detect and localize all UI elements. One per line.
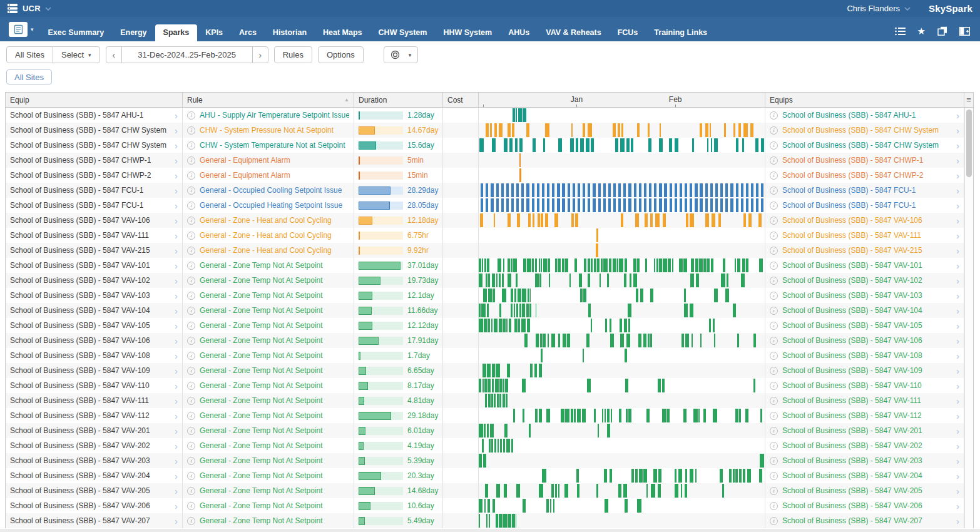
equips-cell[interactable]: i School of Business (SBB) - 5847 VAV-21…	[765, 243, 964, 258]
rule-cell[interactable]: i General - Occupied Cooling Setpoint Is…	[183, 183, 354, 198]
table-row[interactable]: School of Business (SBB) - 5847 VAV-203 …	[6, 453, 973, 468]
info-icon[interactable]: i	[187, 187, 195, 195]
chevron-right-icon[interactable]: ›	[954, 441, 959, 451]
chevron-right-icon[interactable]: ›	[172, 336, 178, 345]
chevron-right-icon[interactable]: ›	[172, 126, 178, 135]
equips-cell[interactable]: i School of Business (SBB) - 5847 CHW Sy…	[765, 123, 964, 138]
rule-cell[interactable]: i General - Zone Temp Not At Setpoint	[183, 438, 354, 453]
info-icon[interactable]: i	[770, 427, 778, 435]
info-icon[interactable]: i	[187, 156, 195, 165]
table-row[interactable]: School of Business (SBB) - 5847 VAV-202 …	[6, 438, 973, 453]
chevron-right-icon[interactable]: ›	[954, 216, 959, 225]
equips-cell[interactable]: i School of Business (SBB) - 5847 VAV-10…	[765, 273, 964, 288]
info-icon[interactable]: i	[187, 397, 195, 405]
chevron-right-icon[interactable]: ›	[172, 351, 178, 361]
user-chevron-down-icon[interactable]	[904, 6, 911, 11]
chevron-right-icon[interactable]: ›	[954, 231, 959, 240]
info-icon[interactable]: i	[770, 487, 778, 495]
sparkline-cell[interactable]	[479, 348, 765, 363]
sparkline-cell[interactable]	[479, 243, 765, 258]
sparkline-cell[interactable]	[479, 453, 765, 468]
equip-cell[interactable]: School of Business (SBB) - 5847 VAV-109 …	[6, 363, 183, 378]
equip-cell[interactable]: School of Business (SBB) - 5847 FCU-1 ›	[6, 183, 183, 198]
equips-cell[interactable]: i School of Business (SBB) - 5847 VAV-10…	[765, 333, 964, 348]
column-menu-icon[interactable]: ≡	[964, 93, 973, 107]
project-stack-icon[interactable]	[8, 4, 18, 13]
chevron-right-icon[interactable]: ›	[954, 471, 959, 481]
project-chevron-down-icon[interactable]	[44, 6, 52, 11]
info-icon[interactable]: i	[187, 111, 195, 120]
chevron-right-icon[interactable]: ›	[172, 276, 178, 285]
rule-cell[interactable]: i General - Zone Temp Not At Setpoint	[183, 513, 354, 528]
info-icon[interactable]: i	[187, 171, 195, 180]
chevron-right-icon[interactable]: ›	[954, 321, 959, 330]
table-row[interactable]: School of Business (SBB) - 5847 AHU-1 › …	[6, 108, 973, 123]
rule-cell[interactable]: i General - Occupied Heating Setpoint Is…	[183, 198, 354, 213]
chevron-right-icon[interactable]: ›	[954, 351, 959, 361]
equip-cell[interactable]: School of Business (SBB) - 5847 VAV-103 …	[6, 288, 183, 303]
table-row[interactable]: School of Business (SBB) - 5847 VAV-215 …	[6, 243, 973, 258]
rule-cell[interactable]: i General - Zone Temp Not At Setpoint	[183, 288, 354, 303]
rule-cell[interactable]: i General - Zone - Heat and Cool Cycling	[183, 213, 354, 228]
sparkline-cell[interactable]	[479, 198, 765, 213]
info-icon[interactable]: i	[187, 442, 195, 450]
chevron-right-icon[interactable]: ›	[954, 276, 959, 285]
rule-cell[interactable]: i General - Zone Temp Not At Setpoint	[183, 453, 354, 468]
chevron-right-icon[interactable]: ›	[954, 291, 959, 300]
table-row[interactable]: School of Business (SBB) - 5847 FCU-1 › …	[6, 183, 973, 198]
info-icon[interactable]: i	[770, 232, 778, 240]
rule-cell[interactable]: i General - Zone Temp Not At Setpoint	[183, 378, 354, 393]
chevron-right-icon[interactable]: ›	[172, 411, 178, 421]
info-icon[interactable]: i	[770, 442, 778, 450]
chevron-right-icon[interactable]: ›	[172, 171, 178, 180]
chevron-right-icon[interactable]: ›	[172, 261, 178, 270]
rule-cell[interactable]: i General - Zone Temp Not At Setpoint	[183, 348, 354, 363]
chevron-right-icon[interactable]: ›	[172, 186, 178, 195]
equips-cell[interactable]: i School of Business (SBB) - 5847 CHWP-1…	[765, 153, 964, 168]
equip-cell[interactable]: School of Business (SBB) - 5847 VAV-110 …	[6, 378, 183, 393]
chevron-right-icon[interactable]: ›	[954, 111, 959, 120]
info-icon[interactable]: i	[187, 126, 195, 135]
chevron-right-icon[interactable]: ›	[172, 441, 178, 451]
info-icon[interactable]: i	[770, 156, 778, 165]
info-icon[interactable]: i	[187, 367, 195, 375]
sparkline-cell[interactable]	[479, 288, 765, 303]
sparkline-cell[interactable]	[479, 183, 765, 198]
equips-cell[interactable]: i School of Business (SBB) - 5847 VAV-11…	[765, 393, 964, 408]
info-icon[interactable]: i	[187, 322, 195, 330]
equips-cell[interactable]: i School of Business (SBB) - 5847 VAV-20…	[765, 453, 964, 468]
info-icon[interactable]: i	[770, 187, 778, 195]
sparkline-cell[interactable]	[479, 273, 765, 288]
sparkline-cell[interactable]	[479, 123, 765, 138]
tab-hhw-system[interactable]: HHW System	[435, 24, 500, 41]
scrollbar-thumb[interactable]	[966, 110, 972, 177]
equip-cell[interactable]: School of Business (SBB) - 5847 VAV-201 …	[6, 423, 183, 438]
info-icon[interactable]: i	[187, 457, 195, 465]
sparkline-cell[interactable]	[479, 378, 765, 393]
info-icon[interactable]: i	[187, 502, 195, 510]
chevron-right-icon[interactable]: ›	[172, 291, 178, 300]
info-icon[interactable]: i	[770, 517, 778, 525]
chevron-right-icon[interactable]: ›	[954, 396, 959, 406]
table-row[interactable]: School of Business (SBB) - 5847 CHWP-1 ›…	[6, 153, 973, 168]
info-icon[interactable]: i	[770, 202, 778, 210]
chevron-right-icon[interactable]: ›	[954, 171, 959, 180]
info-icon[interactable]: i	[770, 352, 778, 360]
equip-cell[interactable]: School of Business (SBB) - 5847 AHU-1 ›	[6, 108, 183, 123]
info-icon[interactable]: i	[187, 352, 195, 360]
table-row[interactable]: School of Business (SBB) - 5847 VAV-205 …	[6, 483, 973, 498]
table-row[interactable]: School of Business (SBB) - 5847 CHW Syst…	[6, 123, 973, 138]
tab-chw-system[interactable]: CHW System	[370, 24, 436, 41]
rule-cell[interactable]: i General - Zone Temp Not At Setpoint	[183, 333, 354, 348]
equip-cell[interactable]: School of Business (SBB) - 5847 FCU-1 ›	[6, 198, 183, 213]
rule-cell[interactable]: i General - Zone - Heat and Cool Cycling	[183, 243, 354, 258]
sparkline-cell[interactable]	[479, 393, 765, 408]
rule-cell[interactable]: i General - Equipment Alarm	[183, 153, 354, 168]
rule-cell[interactable]: i General - Zone Temp Not At Setpoint	[183, 498, 354, 513]
prev-date-button[interactable]: ‹	[106, 46, 122, 63]
chevron-right-icon[interactable]: ›	[172, 216, 178, 225]
chevron-right-icon[interactable]: ›	[172, 486, 178, 496]
equips-cell[interactable]: i School of Business (SBB) - 5847 AHU-1 …	[765, 108, 964, 123]
equip-cell[interactable]: School of Business (SBB) - 5847 VAV-104 …	[6, 303, 183, 318]
info-icon[interactable]: i	[187, 472, 195, 480]
